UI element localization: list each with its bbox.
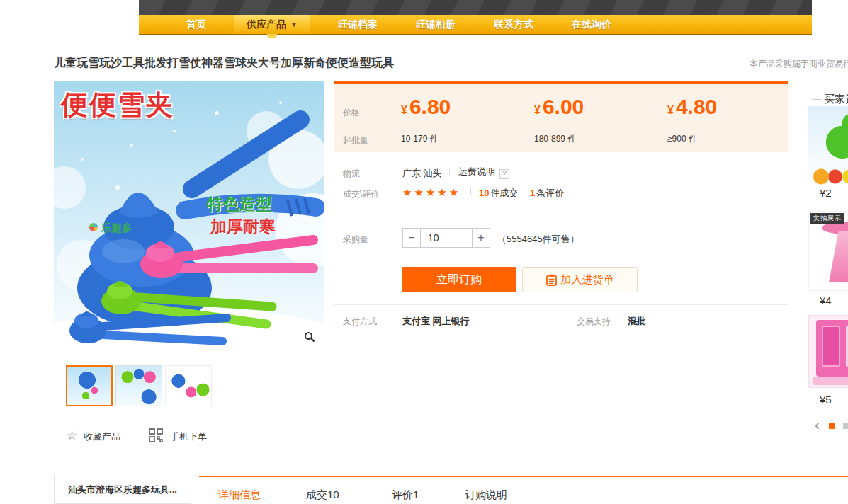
section-divider	[334, 304, 788, 305]
nav-item-home[interactable]: 首页	[174, 15, 218, 34]
reviews-number: 1	[530, 188, 535, 198]
logistics-location: 广东 汕头	[402, 167, 442, 180]
image-overlay-title: 便便雪夹	[61, 87, 174, 123]
magnifier-icon[interactable]	[300, 328, 319, 346]
price-value: 4.80	[676, 95, 717, 118]
nav-item-supply-products[interactable]: 供应产品 ▼	[234, 15, 310, 34]
price-value: 6.00	[543, 95, 584, 118]
favorite-star-icon[interactable]: ☆	[67, 428, 77, 443]
photo-badge: 实拍展示	[810, 213, 844, 224]
payment-methods: 支付宝 网上银行	[402, 315, 470, 328]
currency-symbol: ¥	[401, 104, 407, 116]
divider-pipe	[470, 187, 471, 195]
page-title: 儿童玩雪玩沙工具批发打雪仗神器雪球夹大号加厚新奇便便造型玩具	[54, 56, 394, 71]
image-overlay-feature-1: 特色造型	[207, 193, 272, 215]
currency-symbol: ¥	[534, 104, 541, 116]
qr-code-icon[interactable]	[149, 428, 163, 445]
product-shape	[813, 377, 848, 385]
quantity-stepper: − 10 +	[402, 228, 490, 248]
currency-symbol: ¥	[667, 104, 674, 116]
thumbnail-3[interactable]	[165, 365, 212, 406]
price-value: 6.80	[409, 95, 451, 118]
deals-suffix: 件成交	[490, 188, 518, 198]
trade-note: 本产品采购属于商业贸易行	[750, 58, 848, 70]
sidebar-product-2-price: ¥4	[820, 294, 832, 307]
product-page: 首页 供应产品 ▼ 旺铺档案 旺铺相册 联系方式 在线询价 儿童玩雪玩沙工具批发…	[0, 0, 848, 504]
mobile-order-button[interactable]: 手机下单	[170, 430, 207, 443]
tab-order-instructions[interactable]: 订购说明	[465, 488, 507, 502]
nav-item-shop-profile[interactable]: 旺铺档案	[326, 15, 390, 34]
tab-deals[interactable]: 成交10	[306, 488, 339, 502]
carousel-prev-arrow[interactable]: ‹	[815, 416, 820, 435]
quantity-plus-button[interactable]: +	[472, 228, 490, 248]
sidebar-product-2-image[interactable]: 实拍展示	[808, 211, 848, 291]
tab-reviews[interactable]: 评价1	[392, 488, 419, 502]
tier-qty: ≥900 件	[667, 133, 697, 145]
moq-label: 起批量	[343, 134, 368, 147]
reviews-count[interactable]: 1条评价	[530, 187, 564, 200]
nav-item-inquiry[interactable]: 在线询价	[560, 15, 623, 34]
deals-number: 10	[479, 188, 489, 198]
section-divider	[334, 210, 788, 210]
add-to-cart-button[interactable]: 加入进货单	[522, 267, 638, 292]
product-shape	[816, 320, 848, 377]
tab-detail-info[interactable]: 详细信息	[218, 488, 261, 502]
carousel-dot-active[interactable]	[829, 423, 835, 429]
quantity-minus-button[interactable]: −	[402, 228, 421, 248]
trade-support-label: 交易支持	[577, 316, 611, 328]
chevron-down-icon: ▼	[290, 21, 298, 28]
price-label: 价格	[343, 107, 360, 119]
tabs-accent-line	[199, 476, 848, 477]
top-dark-bar	[139, 0, 812, 15]
clipboard-icon	[546, 274, 557, 286]
deals-count[interactable]: 10件成交	[479, 187, 518, 200]
sidebar-product-1-image[interactable]	[808, 106, 848, 186]
sidebar-header: 买家还	[824, 93, 848, 106]
sidebar-header-dash	[812, 99, 821, 100]
trade-support-value: 混批	[628, 315, 646, 328]
star-rating: ★★★★★	[402, 186, 460, 199]
product-main-image[interactable]: 便便雪夹 特色造型 加厚耐寒 乐趣多	[54, 81, 324, 352]
nav-item-shop-album[interactable]: 旺铺相册	[404, 15, 468, 34]
logistics-label: 物流	[343, 168, 360, 180]
add-to-cart-label: 加入进货单	[561, 273, 614, 287]
price-box: 价格 起批量 ¥6.80 10-179 件 ¥6.00 180-899 件 ¥4…	[334, 81, 788, 152]
carousel-dot[interactable]	[843, 423, 848, 429]
quantity-input[interactable]: 10	[421, 228, 472, 248]
order-now-button[interactable]: 立即订购	[402, 267, 516, 292]
thumbnail-2[interactable]	[115, 365, 162, 406]
image-overlay-feature-2: 加厚耐寒	[210, 216, 276, 238]
tier-qty: 10-179 件	[401, 133, 439, 145]
payment-label: 支付方式	[343, 316, 377, 328]
rating-label: 成交\评价	[343, 188, 379, 200]
tier-qty: 180-899 件	[534, 133, 576, 145]
main-nav: 首页 供应产品 ▼ 旺铺档案 旺铺相册 联系方式 在线询价	[139, 15, 812, 35]
stock-note: （5554645件可售）	[497, 233, 580, 246]
quantity-label: 采购量	[343, 234, 368, 246]
brand-watermark: 乐趣多	[89, 222, 132, 235]
favorite-product-button[interactable]: 收藏产品	[84, 430, 120, 443]
sidebar-product-3-price: ¥5	[820, 394, 832, 406]
nav-item-label: 供应产品	[247, 18, 286, 31]
supplier-name-box[interactable]: 汕头市澄海区乐趣多玩具...	[54, 474, 191, 504]
divider-pipe	[449, 168, 450, 176]
product-shape	[829, 231, 848, 282]
sidebar-product-3-image[interactable]	[808, 315, 848, 388]
tier-price: ¥6.80	[401, 95, 451, 119]
shipping-info-link[interactable]: 运费说明	[458, 166, 495, 177]
help-icon[interactable]: ?	[499, 169, 509, 179]
tier-price: ¥4.80	[667, 95, 717, 119]
thumbnail-1[interactable]	[66, 365, 113, 406]
nav-item-contact[interactable]: 联系方式	[482, 15, 545, 34]
reviews-suffix: 条评价	[536, 188, 564, 198]
tier-price: ¥6.00	[534, 95, 584, 119]
sidebar-product-1-price: ¥2	[820, 187, 832, 199]
